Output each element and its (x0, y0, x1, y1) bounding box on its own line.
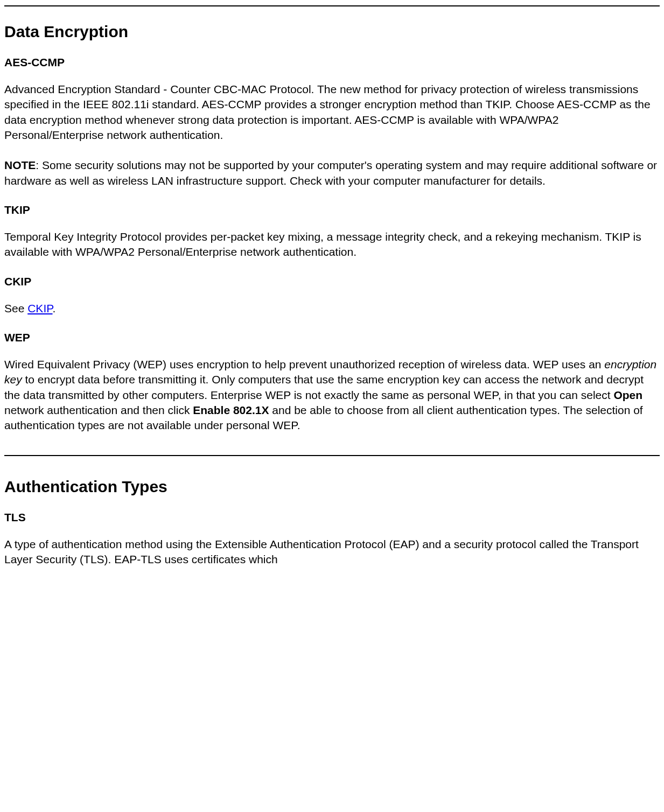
heading-auth-types: Authentication Types (4, 478, 660, 496)
heading-data-encryption: Data Encryption (4, 23, 660, 41)
wep-bold-enable: Enable 802.1X (193, 404, 269, 416)
ckip-after-text: . (53, 302, 56, 314)
wep-bold-open: Open (613, 389, 642, 401)
ckip-link[interactable]: CKIP (27, 302, 52, 314)
wep-body-2: to encrypt data before transmitting it. … (4, 373, 644, 401)
paragraph-wep: Wired Equivalent Privacy (WEP) uses encr… (4, 357, 660, 433)
note-body: : Some security solutions may not be sup… (4, 159, 657, 186)
ckip-see-text: See (4, 302, 27, 314)
paragraph-aes-ccmp: Advanced Encryption Standard - Counter C… (4, 82, 660, 143)
note-label: NOTE (4, 159, 36, 171)
wep-body-1: Wired Equivalent Privacy (WEP) uses encr… (4, 358, 604, 370)
subheading-tkip: TKIP (4, 204, 660, 216)
top-divider (4, 5, 660, 6)
paragraph-tls: A type of authentication method using th… (4, 537, 660, 568)
paragraph-tkip: Temporal Key Integrity Protocol provides… (4, 229, 660, 260)
subheading-tls: TLS (4, 511, 660, 524)
paragraph-note: NOTE: Some security solutions may not be… (4, 158, 660, 188)
subheading-wep: WEP (4, 331, 660, 344)
subheading-ckip: CKIP (4, 275, 660, 288)
paragraph-ckip: See CKIP. (4, 301, 660, 316)
document-page: Data Encryption AES-CCMP Advanced Encryp… (0, 5, 664, 593)
mid-divider (4, 455, 660, 456)
wep-body-3: network authentication and then click (4, 404, 193, 416)
subheading-aes-ccmp: AES-CCMP (4, 56, 660, 69)
